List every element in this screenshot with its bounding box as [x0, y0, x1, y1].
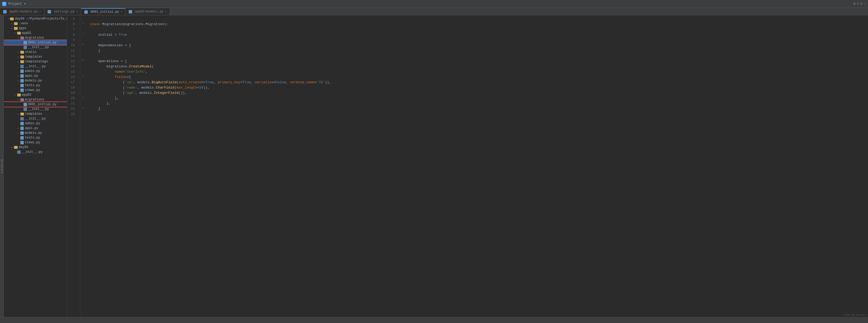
minimize-icon[interactable]: −	[864, 2, 866, 6]
fold-icon-16[interactable]: ▾	[82, 74, 84, 78]
tree-item-init-app01[interactable]: __init__.py	[4, 64, 67, 69]
grid-icon[interactable]: ⊞	[854, 2, 855, 6]
equals: =	[127, 74, 129, 80]
line-num-19: 19	[67, 90, 77, 96]
fold-icon-13[interactable]: ▾	[83, 59, 85, 62]
tree-item-tests-app01[interactable]: tests.py	[4, 83, 67, 88]
gutter-16[interactable]: ▾	[80, 73, 86, 79]
tab-close-icon[interactable]: ×	[165, 10, 166, 13]
tab-app01-models[interactable]: app01/models.py ×	[0, 8, 44, 15]
init-file-icon-app02-mig	[24, 107, 27, 111]
code-line-20: ],	[90, 96, 868, 101]
tree-item-static[interactable]: static	[4, 50, 67, 55]
watermark-text: CSDN @s_artnet	[844, 314, 866, 317]
tree-item-models-app02[interactable]: models.py	[4, 131, 67, 135]
p-serialize: serialize	[255, 80, 273, 85]
paren: (	[123, 80, 125, 85]
structure-label: Structure	[0, 159, 3, 173]
folder-icon-day04-sub	[14, 146, 18, 149]
func-integerfield: IntegerField	[154, 90, 179, 96]
tree-label: day04	[19, 146, 28, 149]
tree-item-models-app01[interactable]: models.py	[4, 78, 67, 83]
tree-item-init-app02-mig[interactable]: __init__.py	[4, 107, 67, 111]
var-operations: operations	[98, 59, 121, 64]
var-initial: initial	[98, 32, 115, 37]
gutter-22[interactable]: ▾	[80, 105, 86, 110]
tree-item-templates-app02[interactable]: templates	[4, 111, 67, 116]
eq: =	[203, 80, 205, 85]
line-num-9: 9	[67, 37, 77, 43]
line-num-18: 18	[67, 85, 77, 90]
line-num-22: 22	[67, 106, 77, 111]
tree-item-venv[interactable]: .venv	[4, 21, 67, 26]
tab-close-icon[interactable]: ×	[121, 10, 122, 13]
dropdown-arrow[interactable]: ▾	[24, 2, 26, 6]
code-content: 5 6 7 8 9 10 11 12 13 14 15 16 17 18 19 …	[67, 15, 868, 317]
equals: =	[125, 43, 129, 48]
fold-icon-6[interactable]: ▾	[82, 22, 84, 25]
tree-item-init-app02[interactable]: __init__.py	[4, 116, 67, 121]
bracket-open: [	[129, 43, 131, 48]
init-file-icon-app02	[20, 117, 24, 121]
tree-item-0001-initial-app02[interactable]: 0001_initial.py	[4, 102, 67, 107]
tree-item-views-app01[interactable]: views.py	[4, 88, 67, 93]
code-line-5	[90, 17, 868, 22]
p-verbose: verbose_name	[290, 80, 315, 85]
tree-item-apps-app01[interactable]: apps.py	[4, 73, 67, 78]
file-tree[interactable]: day04 ~/PycharmProjects/5x_django_... .v…	[4, 15, 67, 317]
tab-bar: app01/models.py × settings.py × 0001_ini…	[0, 8, 868, 15]
tree-item-admin-app01[interactable]: admin.py	[4, 69, 67, 73]
line-num-11: 11	[67, 48, 77, 54]
tree-item-init-app01-mig[interactable]: __init__.py	[4, 45, 67, 50]
tree-item-migrations-app02[interactable]: migrations	[4, 97, 67, 102]
tab-0001-initial[interactable]: 0001_initial.py ×	[81, 8, 126, 15]
py-file-icon-0001-app01	[24, 41, 27, 44]
str-name: 'name'	[125, 85, 137, 90]
tree-item-migrations-app01[interactable]: migrations	[4, 35, 67, 40]
tab-close-icon[interactable]: ×	[39, 10, 41, 13]
equals: =	[115, 32, 119, 37]
code-line-14: migrations.CreateModel(	[90, 64, 868, 69]
code-editor[interactable]: 5 6 7 8 9 10 11 12 13 14 15 16 17 18 19 …	[67, 15, 868, 317]
tree-item-apps[interactable]: apps	[4, 26, 67, 31]
indent-spaces	[90, 90, 123, 96]
tree-item-templates-app01[interactable]: templates	[4, 55, 67, 59]
fold-icon-20[interactable]: ▾	[82, 96, 84, 99]
tree-item-templatetags[interactable]: templatetags	[4, 59, 67, 64]
tree-item-app01[interactable]: app01	[4, 31, 67, 35]
tree-label: __init__.py	[22, 150, 42, 154]
tree-item-day04-sub[interactable]: day04	[4, 145, 67, 150]
structure-tab[interactable]: Structure	[0, 15, 4, 317]
tree-item-apps-app02[interactable]: apps.py	[4, 126, 67, 131]
tree-item-init-day04[interactable]: __init__.py	[4, 150, 67, 154]
code-line-10: dependencies = [	[90, 43, 868, 48]
fold-icon-22[interactable]: ▾	[82, 106, 84, 109]
gutter-6[interactable]: ▾	[80, 21, 86, 26]
indent-spaces	[90, 43, 98, 48]
tab-settings[interactable]: settings.py ×	[44, 8, 81, 15]
tree-item-tests-app02[interactable]: tests.py	[4, 135, 67, 140]
tree-item-day04[interactable]: day04 ~/PycharmProjects/5x_django_...	[4, 17, 67, 21]
gutter-20[interactable]: ▾	[80, 95, 86, 100]
fold-icon-10[interactable]: ▾	[83, 43, 85, 46]
indent-spaces	[90, 32, 98, 37]
sort-icon[interactable]: ≡	[857, 2, 859, 6]
migrations-icon-app01	[20, 36, 24, 39]
code-line-6: class Migration(migrations.Migration):	[90, 22, 868, 27]
code-line-8: initial = True	[90, 32, 868, 37]
tree-item-0001-initial-app01[interactable]: 0001_initial.py	[4, 40, 67, 45]
tree-label: static	[25, 50, 36, 54]
tab-close-icon[interactable]: ×	[76, 10, 78, 13]
tab-app02-models[interactable]: app02/models.py ×	[126, 8, 170, 15]
indent-spaces	[90, 85, 123, 90]
tree-item-views-app02[interactable]: views.py	[4, 140, 67, 145]
tree-item-app02[interactable]: app02	[4, 93, 67, 97]
code-area[interactable]: class Migration(migrations.Migration): i…	[86, 15, 868, 317]
tree-item-admin-app02[interactable]: admin.py	[4, 121, 67, 126]
gutter-23	[80, 110, 86, 116]
code-line-21: ),	[90, 101, 868, 106]
arrow-app02	[14, 94, 17, 96]
arrow-app01	[14, 32, 17, 35]
py-file-icon-0001-app02	[24, 103, 27, 106]
settings-icon[interactable]: ⚙	[861, 2, 863, 6]
